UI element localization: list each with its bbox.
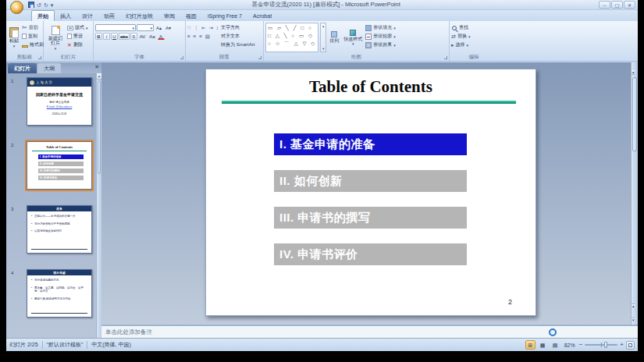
tab-outline[interactable]: 大纲 <box>37 63 61 73</box>
italic-button[interactable]: I <box>103 33 110 40</box>
slide-thumbnail-1[interactable]: 上海大学 国家自然科学基金申请交流 教授 博士生导师 E-mail: @shu.… <box>27 77 92 126</box>
tab-animations[interactable]: 动画 <box>98 11 120 21</box>
shapes-scroll-down-icon[interactable]: ▼ <box>321 47 326 51</box>
normal-view-button[interactable]: ⊞ <box>525 340 535 350</box>
tab-view[interactable]: 视图 <box>180 11 202 21</box>
minimize-button[interactable]: ─ <box>599 1 610 9</box>
fit-to-window-button[interactable] <box>626 341 635 350</box>
paragraph-buttons-row1[interactable]: ∷ ⋮ ⇤ ⇥ ↕ <box>187 24 219 31</box>
ribbon-tab-bar: 开始 插入 设计 动画 幻灯片放映 审阅 视图 iSpring Free 7 A… <box>6 10 638 21</box>
find-button[interactable]: 查找 <box>451 24 470 31</box>
slide-title[interactable]: Table of Contents <box>206 77 535 97</box>
shapes-row[interactable]: ▭ ▱ ╲ ╱ □ ○ <box>268 24 316 31</box>
delete-button[interactable]: ✕删除 <box>67 41 88 48</box>
shapes-row[interactable]: □ △ ╲ ○ ▭ ◇ <box>268 32 316 39</box>
tab-acrobat[interactable]: Acrobat <box>247 11 277 21</box>
underline-button[interactable]: U <box>111 33 118 40</box>
cut-button[interactable]: ✂剪切 <box>22 24 44 31</box>
window-title: 基金申请交流(2020 11) [兼容模式] - Microsoft Power… <box>53 1 599 9</box>
shrink-font-button[interactable]: A▾ <box>164 24 173 31</box>
zoom-slider-thumb[interactable] <box>604 342 607 348</box>
toc-item-3[interactable]: III. 申请书的撰写 <box>274 207 467 229</box>
tab-slides-thumbnails[interactable]: 幻灯片 <box>8 63 37 73</box>
change-case-button[interactable]: Aa <box>148 33 156 40</box>
shape-effects-icon <box>365 42 372 48</box>
bold-button[interactable]: B <box>95 33 102 40</box>
delete-label: 删除 <box>73 41 83 48</box>
redo-button[interactable]: ↻ <box>44 2 48 9</box>
scrollbar-thumb[interactable] <box>632 77 637 151</box>
tab-home[interactable]: 开始 <box>31 10 55 21</box>
shapes-gallery[interactable]: ▭ ▱ ╲ ╱ □ ○ □ △ ╲ ○ ▭ ◇ ○ ☆ ⌒ △ ▽ ◇ <box>265 23 318 52</box>
sidebar-scrollbar[interactable]: ▲ <box>96 73 101 338</box>
grow-font-button[interactable]: A▴ <box>155 24 163 31</box>
slide-thumbnail-3[interactable]: 准备 正确认识——申请成功的关键一步 充分理解资助与不予资助原因 认真消化领会项… <box>27 205 92 254</box>
new-slide-button[interactable]: 新建幻灯片 ▾ <box>45 23 66 52</box>
shape-fill-button[interactable]: 形状填充▾ <box>365 24 396 31</box>
paragraph-dialog-launcher-icon[interactable] <box>258 56 262 59</box>
paste-button[interactable]: 粘贴 ▾ <box>8 23 20 52</box>
slide-thumbnail-4[interactable]: 项目名称 充分体现选题的方向 要含蓄、讲立题、讲明确、讲完全、讲平衡、讲完美 题… <box>27 269 92 318</box>
save-icon[interactable] <box>28 2 34 8</box>
new-slide-icon <box>52 26 60 35</box>
paragraph-align-buttons[interactable]: ≡ ≡ ≡ ▤ <box>187 33 219 40</box>
find-label: 查找 <box>459 24 468 31</box>
notes-placeholder[interactable]: 单击此处添加备注 <box>101 328 152 336</box>
text-direction-button[interactable]: 文字方向 <box>221 24 254 31</box>
arrange-button[interactable]: 排列 <box>328 23 340 52</box>
language-indicator[interactable]: 中文(简体, 中国) <box>91 341 131 349</box>
zoom-out-button[interactable]: − <box>579 341 583 349</box>
smartart-button[interactable]: 转换为 SmartArt <box>221 41 254 48</box>
vertical-scrollbar[interactable]: ▲ ▲ ▼ <box>631 62 638 325</box>
tab-design[interactable]: 设计 <box>76 11 98 21</box>
layout-button[interactable]: 版式▾ <box>67 24 88 31</box>
align-text-button[interactable]: 对齐文本 <box>221 33 254 40</box>
shapes-row[interactable]: ○ ☆ ⌒ △ ▽ ◇ <box>268 40 316 47</box>
select-label: 选择 <box>456 41 465 48</box>
strikethrough-button[interactable]: abc <box>119 33 130 40</box>
tab-insert[interactable]: 插入 <box>55 11 76 21</box>
tab-review[interactable]: 审阅 <box>158 11 180 21</box>
text-shadow-button[interactable]: S <box>130 33 137 40</box>
close-button[interactable]: ✕ <box>624 1 635 9</box>
toc-item-4[interactable]: IV. 申请书评价 <box>274 243 467 265</box>
font-name-combo[interactable]: ▾ <box>95 24 136 31</box>
copy-button[interactable]: 复制 <box>22 33 44 40</box>
shapes-gallery-scrollbar[interactable]: ▲ ▼ <box>320 23 326 52</box>
character-spacing-button[interactable]: AV <box>138 33 148 40</box>
font-color-button[interactable]: A <box>158 33 165 40</box>
clipboard-dialog-launcher-icon[interactable] <box>38 56 41 59</box>
maximize-button[interactable]: ▢ <box>611 1 623 9</box>
thumb1-date: 2020年11月 <box>27 112 91 115</box>
shape-effects-button[interactable]: 形状效果▾ <box>365 41 396 48</box>
slide-sorter-view-button[interactable]: ▦ <box>538 340 548 350</box>
font-dialog-launcher-icon[interactable] <box>180 56 183 59</box>
scroll-up-icon[interactable]: ▲ <box>632 70 635 75</box>
slideshow-view-button[interactable]: ▤ <box>550 340 560 350</box>
tab-ispring[interactable]: iSpring Free 7 <box>202 11 247 21</box>
shape-outline-button[interactable]: 形状轮廓▾ <box>365 33 396 40</box>
notes-pane[interactable]: 单击此处添加备注 <box>101 325 638 338</box>
zoom-slider[interactable] <box>585 344 617 346</box>
panel-close-icon[interactable]: ✕ <box>94 64 99 70</box>
shapes-scroll-up-icon[interactable]: ▲ <box>321 24 326 28</box>
next-slide-icon[interactable]: ▼ <box>632 318 635 322</box>
replace-button[interactable]: ⇄替换▾ <box>451 33 470 40</box>
toc-item-1-highlighted[interactable]: I. 基金申请的准备 <box>274 133 467 155</box>
drawing-dialog-launcher-icon[interactable] <box>444 56 447 59</box>
previous-slide-icon[interactable]: ▲ <box>632 303 635 308</box>
slide-thumbnail-2-selected[interactable]: Table of Contents I. 基金申请的准备 II. 如何创新 II… <box>27 141 92 190</box>
zoom-in-button[interactable]: + <box>620 341 624 349</box>
quick-styles-button[interactable]: 快速样式 ▾ <box>342 23 364 52</box>
toc-item-2[interactable]: II. 如何创新 <box>274 170 467 192</box>
current-slide[interactable]: Table of Contents I. 基金申请的准备 II. 如何创新 II… <box>205 69 536 316</box>
tab-slideshow[interactable]: 幻灯片放映 <box>120 11 158 21</box>
undo-button[interactable]: ↺ <box>37 2 41 9</box>
office-button[interactable] <box>10 1 23 14</box>
sidebar-scrollbar-thumb[interactable] <box>98 80 101 174</box>
font-size-combo[interactable]: ▾ <box>137 24 154 31</box>
zoom-level[interactable]: 82% <box>564 342 575 348</box>
format-painter-button[interactable]: 格式刷 <box>22 41 44 48</box>
select-button[interactable]: ▸选择▾ <box>451 41 470 48</box>
reset-button[interactable]: 重设 <box>67 33 88 40</box>
